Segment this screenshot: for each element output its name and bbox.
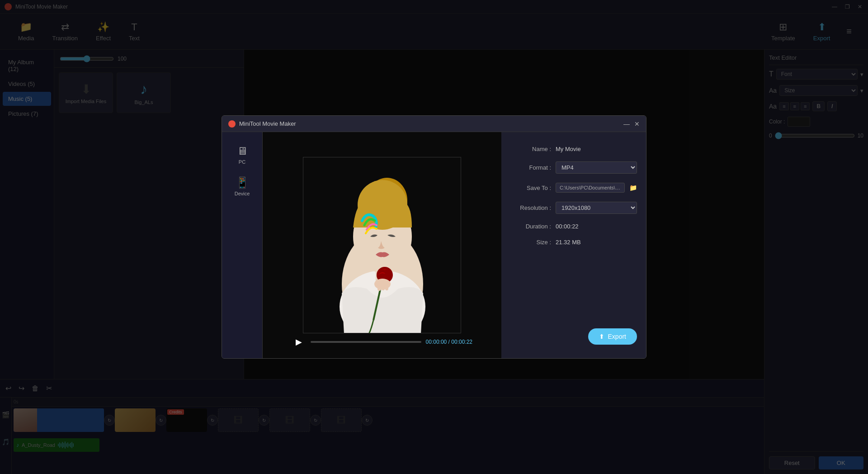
dialog-info: Name : My Movie Format : MP4 MOV AVI Sav… xyxy=(501,132,646,358)
resolution-label: Resolution : xyxy=(510,204,551,211)
dialog-overlay: MiniTool Movie Maker — ✕ 🖥 PC 📱 Device xyxy=(0,0,868,474)
resolution-select[interactable]: 1920x1080 1280x720 3840x2160 xyxy=(556,202,637,214)
size-row: Size : 21.32 MB xyxy=(510,239,637,246)
dialog-nav-device[interactable]: 📱 Device xyxy=(226,173,258,200)
preview-figure-svg xyxy=(303,157,461,333)
pc-icon: 🖥 xyxy=(237,145,248,157)
dialog-controls: — ✕ xyxy=(623,120,640,128)
resolution-row: Resolution : 1920x1080 1280x720 3840x216… xyxy=(510,202,637,214)
dialog-body: 🖥 PC 📱 Device xyxy=(222,132,646,358)
preview-controls: ▶ 00:00:00 / 00:00:22 xyxy=(292,335,472,349)
preview-image xyxy=(303,157,461,333)
dialog-logo xyxy=(228,120,236,128)
format-row: Format : MP4 MOV AVI xyxy=(510,161,637,174)
name-value: My Movie xyxy=(556,146,637,152)
dialog-titlebar: MiniTool Movie Maker — ✕ xyxy=(222,116,646,132)
time-separator: / xyxy=(447,339,451,345)
svg-rect-10 xyxy=(377,282,381,291)
folder-browse-button[interactable]: 📁 xyxy=(629,184,637,191)
duration-label: Duration : xyxy=(510,223,551,230)
dialog-nav: 🖥 PC 📱 Device xyxy=(222,132,263,358)
save-to-row: Save To : C:\Users\PC\Documents\MiniTool… xyxy=(510,183,637,193)
total-time: 00:00:22 xyxy=(451,339,472,345)
size-label: Size : xyxy=(510,239,551,246)
duration-value: 00:00:22 xyxy=(556,223,637,230)
progress-bar-container[interactable] xyxy=(311,341,421,343)
dialog-nav-pc[interactable]: 🖥 PC xyxy=(226,141,258,168)
size-value: 21.32 MB xyxy=(556,239,637,246)
svg-rect-12 xyxy=(385,281,388,290)
duration-row: Duration : 00:00:22 xyxy=(510,223,637,230)
name-row: Name : My Movie xyxy=(510,146,637,152)
save-to-label: Save To : xyxy=(510,185,551,191)
dialog-minimize-button[interactable]: — xyxy=(623,120,630,128)
play-button[interactable]: ▶ xyxy=(292,335,306,349)
name-label: Name : xyxy=(510,146,551,152)
export-dialog: MiniTool Movie Maker — ✕ 🖥 PC 📱 Device xyxy=(222,115,646,359)
dialog-close-button[interactable]: ✕ xyxy=(634,120,640,128)
time-display: 00:00:00 / 00:00:22 xyxy=(426,339,472,345)
device-icon: 📱 xyxy=(236,176,249,189)
export-btn-icon: ⬆ xyxy=(599,333,604,340)
device-nav-label: Device xyxy=(235,191,250,196)
save-to-path: C:\Users\PC\Documents\MiniTool Movie M xyxy=(556,183,625,193)
format-select[interactable]: MP4 MOV AVI xyxy=(556,161,637,174)
dialog-title: MiniTool Movie Maker xyxy=(239,120,296,127)
export-button[interactable]: ⬆ Export xyxy=(588,328,637,345)
svg-rect-11 xyxy=(382,280,385,290)
dialog-titlebar-left: MiniTool Movie Maker xyxy=(228,120,296,128)
format-label: Format : xyxy=(510,164,551,171)
dialog-preview: ▶ 00:00:00 / 00:00:22 xyxy=(263,132,501,358)
current-time: 00:00:00 xyxy=(426,339,447,345)
export-btn-label: Export xyxy=(608,333,626,340)
pc-nav-label: PC xyxy=(239,159,245,165)
